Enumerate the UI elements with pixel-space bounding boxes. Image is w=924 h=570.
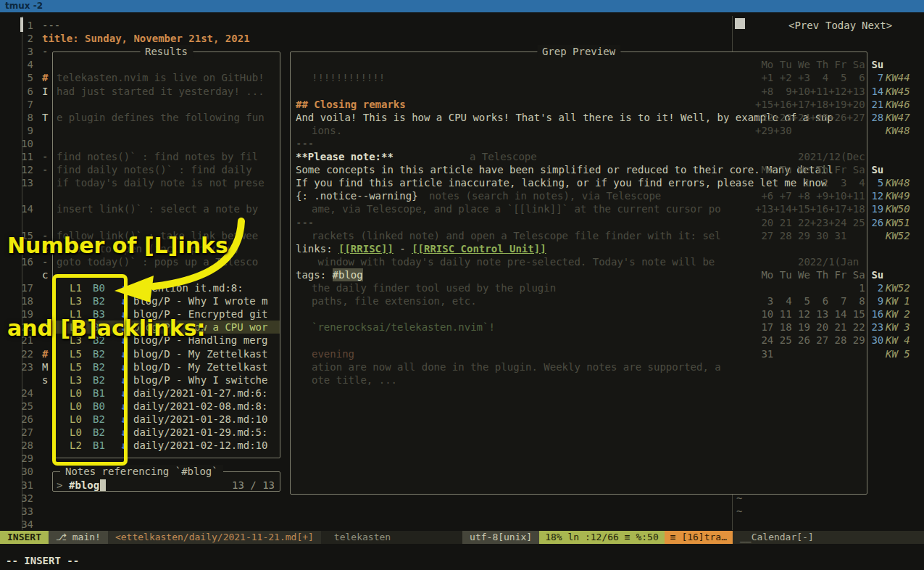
calendar-sunday[interactable]: 16 <box>865 307 883 321</box>
calendar-week-number: KW50 <box>886 202 910 215</box>
calendar-sunday[interactable]: 28 <box>865 111 883 124</box>
calendar-month-label: 2021/12(Dec <box>798 150 865 163</box>
calendar-sunday[interactable]: 7 <box>865 71 883 84</box>
line-number: 4 <box>19 58 33 71</box>
buffer-text: title: Sunday, November 21st, 2021 <box>42 32 250 45</box>
preview-text: evening <box>312 347 354 360</box>
preview-text: {: .notice--warning} <box>296 189 418 202</box>
calendar-days[interactable]: 20 21 22+23+24 25 <box>755 216 865 229</box>
calendar-sunday[interactable]: 23 <box>865 321 883 334</box>
calendar-week-number: KW46 <box>886 98 910 111</box>
grep-preview-title: Grep Preview <box>537 45 620 58</box>
line-number: 27 <box>19 426 33 439</box>
results-bleed-text: telekasten.nvim is live on GitHub! <box>57 71 265 84</box>
result-item[interactable]: daily/2021-02-12.md:10 <box>133 439 267 452</box>
prompt-query-input[interactable]: #blog <box>69 479 99 492</box>
calendar-days[interactable]: +6 +7 +8 +9+10+11 <box>755 189 865 202</box>
preview-text: - <box>394 242 412 255</box>
calendar-week-number: KW47 <box>886 111 910 124</box>
calendar-sunday[interactable]: 21 <box>865 98 883 111</box>
calendar-prev-button[interactable]: <Prev <box>788 19 819 32</box>
calendar-today-button[interactable]: Today <box>825 19 856 32</box>
line-number: 11 <box>19 150 33 163</box>
calendar-sunday[interactable]: 14 <box>865 85 883 98</box>
preview-text: rackets (linked note) and open a Telesco… <box>312 229 721 242</box>
calendar-sunday[interactable]: 2 <box>865 281 883 294</box>
calendar-week-number: KW 5 <box>886 347 910 360</box>
buffer-list-label: [16]tra… <box>681 532 727 542</box>
calendar-weekday-header[interactable]: Mo Tu We Th Fr Sa <box>755 163 865 176</box>
git-branch-label: main! <box>72 532 101 542</box>
calendar-sunday[interactable]: 5 <box>865 176 883 189</box>
calendar-sunday-header[interactable]: Su <box>865 58 883 71</box>
calendar-week-number: KW45 <box>886 85 910 98</box>
prompt-sign: > <box>57 479 62 492</box>
calendar-days[interactable]: 27 28 29 30 31 <box>755 229 846 242</box>
calendar-days[interactable]: 17 18 19 20 21 22 <box>755 321 865 334</box>
calendar-days[interactable]: +13+14+15+16+17+18 <box>755 202 865 215</box>
result-item[interactable]: daily/2021-01-28.md:10 <box>133 413 267 426</box>
calendar-sunday[interactable]: 30 <box>865 334 883 347</box>
calendar-week-number: KW49 <box>886 189 910 202</box>
line-number: 9 <box>19 124 33 137</box>
line-number: 3 <box>19 45 33 58</box>
preview-text: paths, file extension, etc. <box>312 294 477 307</box>
calendar-sunday[interactable]: 9 <box>865 294 883 307</box>
preview-text: the daily finder tool used by the plugin <box>312 281 556 294</box>
preview-text: `renerocksai/telekasten.nvim`! <box>312 321 495 334</box>
calendar-sunday[interactable]: 12 <box>865 189 883 202</box>
line-number: 1 <box>19 19 33 32</box>
line-number: 34 <box>19 518 33 531</box>
calendar-statusline: __Calendar[-] <box>733 531 924 544</box>
encoding-segment: utf-8[unix] <box>462 531 539 544</box>
line-number: 5 <box>19 71 33 84</box>
calendar-sunday[interactable]: 19 <box>865 202 883 215</box>
calendar-scrollbar-thumb[interactable] <box>735 18 745 29</box>
calendar-days[interactable]: 3 4 5 6 7 8 <box>755 294 865 307</box>
results-window-title: Results <box>140 45 193 58</box>
calendar-weekday-header[interactable]: Mo Tu We Th Fr Sa <box>755 58 865 71</box>
results-bleed-text: find daily notes()` : find daily <box>57 163 252 176</box>
statusline: INSERT ⎇ main! <ettelkasten/daily/2021-1… <box>0 531 924 544</box>
calendar-sunday-header[interactable]: Su <box>865 268 883 281</box>
calendar-week-number: KW48 <box>886 124 910 137</box>
calendar-days[interactable]: 31 <box>755 347 773 360</box>
calendar-month-label: 2022/1(Jan <box>798 255 859 268</box>
result-item[interactable]: daily/2021-02-08.md:8: <box>133 400 267 413</box>
calendar-days[interactable]: 10 11 12 13 14 15 <box>755 307 865 321</box>
calendar-sunday[interactable]: 26 <box>865 216 883 229</box>
calendar-weekday-header[interactable]: Mo Tu We Th Fr Sa <box>755 268 865 281</box>
line-number: 30 <box>19 465 33 478</box>
calendar-next-button[interactable]: Next> <box>862 19 892 32</box>
calendar-days[interactable]: +15+16+17+18+19+20 <box>755 98 865 111</box>
preview-text: --- <box>296 216 314 229</box>
buffer-list-segment: ≡ [16]tra… <box>665 531 733 544</box>
calendar-days[interactable]: +8 9+10+11+12+13 <box>755 85 865 98</box>
calendar-days[interactable]: +1 +2 +3 4 5 6 <box>755 71 865 84</box>
tmux-title-bar: tmux -2 <box>0 0 924 12</box>
results-bleed-text: find notes()` : find notes by fil <box>57 150 258 163</box>
preview-text: If you find this article inaccurate, lac… <box>296 176 827 189</box>
cursor-position-segment: 18% ln :12/66 ≡ %:50 <box>539 531 665 544</box>
calendar-days[interactable]: 1 2 3 4 <box>755 176 865 189</box>
file-path-segment: <ettelkasten/daily/2021-11-21.md[+] <box>108 531 321 544</box>
preview-text: tags: <box>296 268 333 281</box>
buffer-text: - <box>42 150 48 163</box>
calendar-days[interactable]: 1 <box>755 281 865 294</box>
empty-line-tilde: ~ <box>736 492 742 505</box>
result-item[interactable]: daily/2021-01-29.md:5: <box>133 426 267 439</box>
calendar-week-number: KW48 <box>886 176 910 189</box>
preview-text: ote title, ... <box>312 373 397 387</box>
calendar-days[interactable]: 24 25 26 27 28 29 <box>755 334 865 347</box>
calendar-sunday-header[interactable]: Su <box>865 163 883 176</box>
annotation-line-1: Number of [L]inks <box>7 232 228 260</box>
git-branch-segment: ⎇ main! <box>49 531 108 544</box>
results-bleed-text: had just started it yesterday! ... <box>57 85 265 98</box>
line-number: 26 <box>19 413 33 426</box>
preview-text: links: <box>296 242 338 255</box>
preview-text: --- <box>296 137 314 150</box>
calendar-days[interactable]: +22+23+24+25+26+27 <box>755 111 865 124</box>
prompt-window-title: Notes referencing `#blog` <box>60 465 223 478</box>
calendar-days[interactable]: +29+30 <box>755 124 792 137</box>
preview-text: ation are now all done in the plugin. We… <box>312 360 721 373</box>
